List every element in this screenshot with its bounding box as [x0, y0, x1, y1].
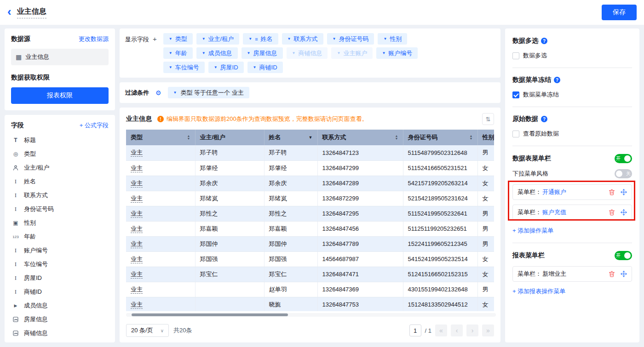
raw-data-checkbox[interactable] — [512, 131, 519, 137]
change-datasource-link[interactable]: 更改数据源 — [79, 35, 109, 43]
column-header[interactable]: 性别 ▲▼ — [477, 130, 494, 145]
sort-icon[interactable]: ▲▼ — [470, 135, 473, 140]
cell-type[interactable]: 业主 — [126, 160, 195, 176]
chevron-down-icon[interactable]: ▼ — [382, 51, 385, 55]
display-field-tag[interactable]: ▼身份证号码 — [327, 33, 374, 45]
display-field-tag[interactable]: ▼账户编号 — [376, 47, 418, 59]
chevron-down-icon[interactable]: ▼ — [202, 37, 206, 41]
chevron-down-icon[interactable]: ▼ — [337, 51, 340, 55]
table-row[interactable]: 业主 郑国强 郑国强 14564687987 54152419950523251… — [126, 251, 494, 267]
field-item-member-info[interactable]: ▶成员信息 — [11, 299, 109, 313]
prev-page-button[interactable]: ‹ — [451, 324, 463, 336]
chevron-down-icon[interactable]: ▼ — [288, 37, 291, 41]
chevron-down-icon[interactable]: ▼ — [253, 65, 257, 69]
page-size-select[interactable]: 20 条/页 ∨ — [126, 324, 169, 337]
table-row[interactable]: 业主 郑国仲 郑国仲 13264847789 15224119960521234… — [126, 236, 494, 251]
cell-type[interactable]: 业主 — [126, 145, 195, 160]
display-field-tag[interactable]: ▼车位编号 — [163, 62, 205, 73]
add-action-menu-link[interactable]: + 添加操作菜单 — [512, 227, 553, 234]
cell-type[interactable]: 业主 — [126, 176, 195, 191]
help-icon[interactable]: ? — [541, 38, 547, 44]
help-icon[interactable]: ? — [541, 116, 547, 122]
help-icon[interactable]: ? — [554, 77, 560, 83]
cell-type[interactable]: 业主 — [126, 251, 195, 267]
save-button[interactable]: 保存 — [602, 5, 637, 20]
chevron-down-icon[interactable]: ▼ — [169, 51, 172, 55]
gear-icon[interactable]: ⚙ — [155, 89, 161, 97]
next-page-button[interactable]: › — [466, 324, 478, 336]
table-row[interactable]: 业主 郑子聘 郑子聘 13264847123 51154879950231264… — [126, 145, 494, 160]
display-field-tag[interactable]: ▼类型 — [163, 33, 193, 45]
field-item-contact[interactable]: I联系方式 — [11, 188, 109, 202]
display-field-tag[interactable]: ▼商铺ID — [247, 62, 283, 73]
field-item-shop-id[interactable]: I商铺ID — [11, 285, 109, 299]
report-permission-button[interactable]: 报表权限 — [11, 87, 109, 104]
menu-item-name[interactable]: 开通账户 — [542, 188, 566, 196]
delete-icon[interactable] — [609, 271, 615, 277]
column-header[interactable]: 类型 ▲▼ — [126, 130, 195, 145]
field-item-house-info[interactable]: 房屋信息 — [11, 313, 109, 326]
column-header[interactable]: 身份证号码 ▲▼ — [403, 130, 477, 145]
table-row[interactable]: 业主 郑绪岚 郑绪岚 13264872299 52154218950523162… — [126, 191, 494, 206]
menu-item-row[interactable]: 菜单栏： 新增业主 — [512, 266, 632, 282]
menu-item-name[interactable]: 账户充值 — [542, 208, 566, 216]
chevron-down-icon[interactable]: ▼ — [248, 37, 252, 41]
display-field-tag[interactable]: ▼业主/租户 — [196, 33, 240, 45]
cell-type[interactable]: 业主 — [126, 297, 195, 311]
current-page-box[interactable]: 1 — [409, 324, 421, 336]
last-page-button[interactable]: » — [482, 324, 494, 336]
add-display-field-button[interactable]: + — [153, 35, 157, 42]
chevron-down-icon[interactable]: ▼ — [292, 51, 296, 55]
table-menubar-toggle[interactable]: 开 — [615, 154, 632, 163]
table-row[interactable]: 业主 赵单羽 13264847369 430155199402132648 男 — [126, 282, 494, 297]
field-item-type[interactable]: ◎类型 — [11, 147, 109, 161]
cell-type[interactable]: 业主 — [126, 221, 195, 236]
column-header[interactable]: 姓名 ▼ — [264, 130, 317, 145]
chevron-down-icon[interactable]: ▼ — [202, 51, 206, 55]
display-field-tag[interactable]: ▼联系方式 — [282, 33, 323, 45]
field-item-parking-no[interactable]: I车位编号 — [11, 257, 109, 271]
menu-freeze-checkbox[interactable] — [512, 91, 519, 98]
field-item-house-id[interactable]: I房屋ID — [11, 271, 109, 285]
cell-type[interactable]: 业主 — [126, 282, 195, 297]
chevron-down-icon[interactable]: ▼ — [169, 37, 172, 41]
column-header[interactable]: 业主/租户 — [195, 130, 264, 145]
raw-data-option[interactable]: 查看原始数据 — [512, 130, 632, 138]
add-report-menu-link[interactable]: + 添加报表操作菜单 — [512, 288, 565, 295]
field-item-age[interactable]: 123年龄 — [11, 230, 109, 244]
menu-item-row[interactable]: 菜单栏： 开通账户 — [512, 184, 632, 200]
sort-icon[interactable]: ▲▼ — [187, 135, 190, 140]
move-icon[interactable] — [621, 209, 627, 216]
delete-icon[interactable] — [609, 189, 615, 195]
field-item-name[interactable]: I姓名 — [11, 175, 109, 188]
chevron-down-icon[interactable]: ▼ — [383, 37, 387, 41]
dropdown-style-toggle[interactable]: 关 — [615, 169, 632, 178]
display-field-tag[interactable]: ▼房屋信息 — [242, 47, 283, 59]
move-icon[interactable] — [621, 189, 627, 195]
display-field-tag[interactable]: ▼年龄 — [163, 47, 193, 59]
report-menubar-toggle[interactable]: 开 — [615, 251, 632, 260]
field-item-title[interactable]: T标题 — [11, 133, 109, 147]
display-field-tag[interactable]: ▼业主账户 — [331, 47, 373, 59]
cell-type[interactable]: 业主 — [126, 206, 195, 221]
sort-icon[interactable]: ▲▼ — [395, 135, 398, 140]
table-row[interactable]: 业主 郑嘉颖 郑嘉颖 13264847456 51125119920523265… — [126, 221, 494, 236]
add-formula-field-link[interactable]: + 公式字段 — [80, 121, 109, 130]
chevron-down-icon[interactable]: ▼ — [333, 37, 336, 41]
first-page-button[interactable]: « — [435, 324, 447, 336]
column-header[interactable]: 联系方式 ▲▼ — [317, 130, 403, 145]
menu-item-name[interactable]: 新增业主 — [542, 270, 566, 278]
table-row[interactable]: 业主 晓旎 13264847753 151248133502944512 女 — [126, 297, 494, 311]
move-icon[interactable] — [621, 271, 627, 277]
menu-freeze-option[interactable]: 数据菜单冻结 — [512, 91, 632, 99]
sort-desc-icon[interactable]: ▼ — [309, 135, 313, 140]
sort-order-icon[interactable]: ⇅ — [482, 113, 494, 125]
cell-type[interactable]: 业主 — [126, 236, 195, 251]
display-field-tag[interactable]: ▼≡姓名 — [243, 33, 278, 45]
display-field-tag[interactable]: ▼房屋ID — [208, 62, 244, 73]
chevron-down-icon[interactable]: ▼ — [247, 51, 251, 55]
field-item-shop-info[interactable]: 商铺信息 — [11, 326, 109, 336]
datasource-item[interactable]: ▦ 业主信息 — [11, 49, 109, 65]
chevron-down-icon[interactable]: ▼ — [214, 65, 218, 69]
chevron-down-icon[interactable]: ▼ — [173, 91, 177, 95]
